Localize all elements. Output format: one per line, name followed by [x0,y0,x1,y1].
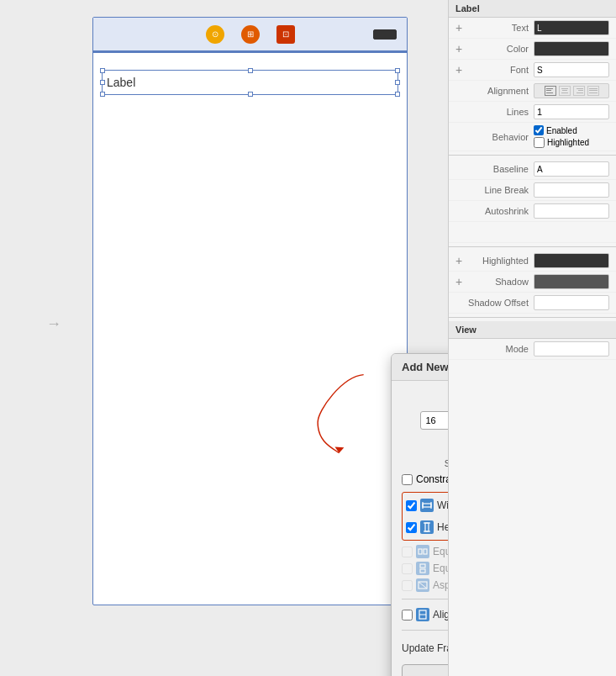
height-icon [420,520,434,534]
panel-row-lines: Lines [449,102,616,123]
phone-status-bar: ⊙ ⊞ ⊡ [93,18,407,51]
add-text-btn[interactable]: + [455,21,466,34]
label-text: Label [107,76,135,89]
width-item: Width 343 [406,495,448,515]
spacing-label: Spacing to nearest neighbor [402,458,448,468]
handle-tr[interactable] [395,68,400,73]
icon-orange: ⊞ [241,25,260,44]
separator2 [402,630,448,631]
align-row: Align Leading Edges [402,605,448,625]
handle-ml[interactable] [100,80,105,85]
phone-simulator: ⊙ ⊞ ⊡ Label [92,17,408,605]
arrow-indicator: → [46,315,61,333]
panel-divider1 [449,155,616,156]
equal-heights-item: Equal Heights [402,560,448,577]
panel-section-header-view: View [449,321,616,339]
add-highlighted-btn[interactable]: + [455,254,466,267]
font-value: S [537,66,543,75]
handle-mr[interactable] [395,80,400,85]
panel-row-text: + Text L [449,18,616,39]
svg-rect-11 [420,564,425,568]
panel-row-extra [449,222,616,243]
panel-row-font: + Font S [449,60,616,81]
canvas-area: ⊙ ⊞ ⊡ Label [0,0,448,676]
panel-row-linebreak: Line Break [449,180,616,201]
left-spacing-select[interactable]: 16 [420,411,449,430]
add-shadow-btn[interactable]: + [455,275,466,288]
label-element[interactable]: Label [102,70,398,95]
separator [402,599,448,599]
panel-row-behavior: Behavior Enabled Highlighted [449,123,616,151]
update-frames-row: Update Frames None [402,636,448,661]
height-item: Height 21 [406,517,448,537]
icon-yellow: ⊙ [206,25,224,44]
add-constraints-button[interactable]: Add 4 Constraints [402,664,448,676]
spacing-cross: 16 16 [402,389,448,452]
handle-tm[interactable] [248,68,253,73]
align-right[interactable] [573,86,585,96]
equal-heights-label: Equal Heights [433,562,448,574]
update-frames-label: Update Frames [402,642,448,654]
behavior-check1[interactable] [534,125,544,135]
text-value: L [537,24,542,33]
behavior-check2[interactable] [534,137,545,148]
spacing-middle-row: 16 16 [420,411,449,430]
aspect-ratio-icon [416,578,429,592]
svg-rect-3 [423,504,431,507]
baseline-value: A [537,165,543,174]
panel-divider3 [449,317,616,318]
align-label: Align [433,609,448,621]
equal-heights-icon [416,562,429,575]
svg-line-14 [419,582,427,589]
aspect-ratio-label: Aspect Ratio [433,579,448,591]
equal-widths-label: Equal Widths [433,546,448,557]
constrain-to-margins-row: Constrain to margins [402,473,448,485]
align-center[interactable] [559,86,571,96]
panel-section-header-label: Label [449,0,616,18]
constraints-popup: Add New Constraints 16 [391,353,448,676]
align-justify[interactable] [587,86,599,96]
align-left[interactable] [545,86,556,96]
handle-tl[interactable] [100,68,105,73]
svg-rect-12 [420,569,425,573]
panel-row-autoshrink: Autoshrink [449,201,616,222]
align-checkbox[interactable] [402,610,413,621]
panel-row-highlighted: + Highlighted [449,251,616,272]
right-panel: Label + Text L + Color + Font S Alignmen… [448,0,616,676]
panel-row-color: + Color [449,39,616,60]
handle-br[interactable] [395,92,400,97]
svg-rect-9 [419,549,422,554]
constrain-margins-label: Constrain to margins [416,473,448,485]
add-font-btn[interactable]: + [455,63,466,77]
handle-bl[interactable] [100,92,105,97]
battery-indicator [373,29,397,40]
aspect-ratio-checkbox [402,580,413,591]
panel-row-mode: Mode [449,339,616,360]
width-checkbox[interactable] [406,500,417,511]
align-icon [416,608,429,621]
popup-body: 16 16 [392,381,448,676]
height-label: Height [437,521,448,533]
svg-rect-6 [425,523,429,531]
panel-divider2 [449,246,616,247]
panel-row-shadow: + Shadow [449,272,616,293]
panel-row-shadow-offset: Shadow Offset [449,293,616,314]
lines-input[interactable] [534,104,609,119]
svg-rect-10 [424,549,427,554]
popup-title: Add New Constraints [392,354,448,381]
width-label: Width [437,499,448,511]
panel-row-alignment: Alignment [449,81,616,102]
equal-widths-item: Equal Widths [402,543,448,560]
handle-bm[interactable] [248,92,253,97]
icon-red-sq: ⊡ [276,25,295,44]
panel-row-baseline: Baseline A [449,159,616,180]
width-height-group: Width 343 [402,492,448,541]
width-icon [420,499,434,512]
equal-heights-checkbox [402,563,413,574]
add-color-btn[interactable]: + [455,42,466,55]
equal-widths-icon [416,545,429,558]
height-checkbox[interactable] [406,522,417,533]
equal-widths-checkbox [402,547,413,557]
main-area: ⊙ ⊞ ⊡ Label [0,0,616,676]
constrain-margins-checkbox[interactable] [402,474,413,485]
